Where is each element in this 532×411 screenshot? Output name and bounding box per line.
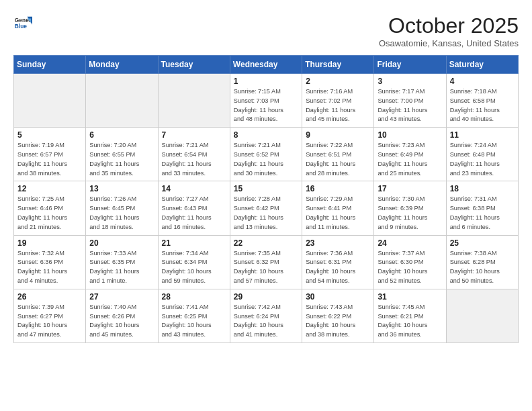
day-info: Sunrise: 7:29 AMSunset: 6:41 PMDaylight:…: [306, 195, 370, 232]
calendar-week-row: 5Sunrise: 7:19 AMSunset: 6:57 PMDaylight…: [14, 128, 519, 181]
day-number: 12: [17, 184, 82, 193]
day-number: 28: [162, 292, 226, 302]
calendar-cell: [14, 74, 86, 128]
day-number: 6: [89, 130, 154, 140]
day-info: Sunrise: 7:19 AMSunset: 6:57 PMDaylight:…: [17, 141, 82, 178]
day-info: Sunrise: 7:25 AMSunset: 6:46 PMDaylight:…: [17, 195, 82, 232]
weekday-header: Tuesday: [158, 56, 230, 74]
logo: General Blue: [13, 13, 32, 32]
day-number: 20: [89, 238, 154, 248]
day-number: 13: [89, 184, 154, 193]
day-number: 11: [450, 130, 515, 140]
weekday-header: Friday: [374, 56, 446, 74]
day-info: Sunrise: 7:39 AMSunset: 6:27 PMDaylight:…: [17, 303, 82, 340]
calendar-cell: [158, 74, 230, 128]
calendar-cell: 7Sunrise: 7:21 AMSunset: 6:54 PMDaylight…: [158, 128, 230, 181]
day-info: Sunrise: 7:33 AMSunset: 6:35 PMDaylight:…: [89, 249, 154, 286]
day-info: Sunrise: 7:32 AMSunset: 6:36 PMDaylight:…: [17, 249, 82, 286]
day-info: Sunrise: 7:38 AMSunset: 6:28 PMDaylight:…: [450, 249, 515, 286]
day-number: 16: [306, 184, 370, 193]
calendar-cell: 18Sunrise: 7:31 AMSunset: 6:38 PMDayligh…: [446, 181, 518, 235]
day-number: 25: [450, 238, 515, 248]
title-area: October 2025 Osawatomie, Kansas, United …: [379, 13, 519, 48]
calendar-cell: 8Sunrise: 7:21 AMSunset: 6:52 PMDaylight…: [230, 128, 302, 181]
calendar-cell: 24Sunrise: 7:37 AMSunset: 6:30 PMDayligh…: [374, 235, 446, 289]
day-number: 26: [17, 292, 82, 302]
day-info: Sunrise: 7:22 AMSunset: 6:51 PMDaylight:…: [306, 141, 370, 178]
day-info: Sunrise: 7:23 AMSunset: 6:49 PMDaylight:…: [378, 141, 442, 178]
day-info: Sunrise: 7:26 AMSunset: 6:45 PMDaylight:…: [89, 195, 154, 232]
calendar-header-row: SundayMondayTuesdayWednesdayThursdayFrid…: [14, 56, 519, 74]
day-number: 14: [162, 184, 226, 193]
location-subtitle: Osawatomie, Kansas, United States: [379, 38, 519, 48]
calendar-cell: 10Sunrise: 7:23 AMSunset: 6:49 PMDayligh…: [374, 128, 446, 181]
calendar-cell: 19Sunrise: 7:32 AMSunset: 6:36 PMDayligh…: [14, 235, 86, 289]
day-number: 5: [17, 130, 82, 140]
day-number: 21: [162, 238, 226, 248]
day-number: 27: [89, 292, 154, 302]
day-info: Sunrise: 7:41 AMSunset: 6:25 PMDaylight:…: [162, 303, 226, 340]
logo-icon: General Blue: [13, 13, 32, 32]
weekday-header: Saturday: [446, 56, 518, 74]
calendar-week-row: 12Sunrise: 7:25 AMSunset: 6:46 PMDayligh…: [14, 181, 519, 235]
calendar-cell: 6Sunrise: 7:20 AMSunset: 6:55 PMDaylight…: [86, 128, 158, 181]
calendar-cell: 15Sunrise: 7:28 AMSunset: 6:42 PMDayligh…: [230, 181, 302, 235]
page-header: General Blue October 2025 Osawatomie, Ka…: [13, 13, 519, 48]
calendar-cell: 23Sunrise: 7:36 AMSunset: 6:31 PMDayligh…: [302, 235, 374, 289]
day-info: Sunrise: 7:16 AMSunset: 7:02 PMDaylight:…: [306, 87, 370, 124]
calendar-cell: 11Sunrise: 7:24 AMSunset: 6:48 PMDayligh…: [446, 128, 518, 181]
day-info: Sunrise: 7:43 AMSunset: 6:22 PMDaylight:…: [306, 303, 370, 340]
day-number: 17: [378, 184, 442, 193]
calendar-cell: 21Sunrise: 7:34 AMSunset: 6:34 PMDayligh…: [158, 235, 230, 289]
day-number: 23: [306, 238, 370, 248]
weekday-header: Monday: [86, 56, 158, 74]
calendar-week-row: 26Sunrise: 7:39 AMSunset: 6:27 PMDayligh…: [14, 289, 519, 342]
calendar-cell: [86, 74, 158, 128]
day-number: 1: [234, 77, 298, 86]
day-info: Sunrise: 7:40 AMSunset: 6:26 PMDaylight:…: [89, 303, 154, 340]
calendar-cell: 3Sunrise: 7:17 AMSunset: 7:00 PMDaylight…: [374, 74, 446, 128]
day-info: Sunrise: 7:21 AMSunset: 6:52 PMDaylight:…: [234, 141, 298, 178]
calendar-cell: 17Sunrise: 7:30 AMSunset: 6:39 PMDayligh…: [374, 181, 446, 235]
calendar-cell: 27Sunrise: 7:40 AMSunset: 6:26 PMDayligh…: [86, 289, 158, 342]
day-info: Sunrise: 7:28 AMSunset: 6:42 PMDaylight:…: [234, 195, 298, 232]
calendar-cell: [446, 289, 518, 342]
day-number: 2: [306, 77, 370, 86]
weekday-header: Thursday: [302, 56, 374, 74]
day-number: 10: [378, 130, 442, 140]
day-info: Sunrise: 7:45 AMSunset: 6:21 PMDaylight:…: [378, 303, 442, 340]
day-number: 19: [17, 238, 82, 248]
day-info: Sunrise: 7:17 AMSunset: 7:00 PMDaylight:…: [378, 87, 442, 124]
day-number: 24: [378, 238, 442, 248]
day-number: 9: [306, 130, 370, 140]
calendar-cell: 1Sunrise: 7:15 AMSunset: 7:03 PMDaylight…: [230, 74, 302, 128]
calendar-cell: 30Sunrise: 7:43 AMSunset: 6:22 PMDayligh…: [302, 289, 374, 342]
calendar-cell: 20Sunrise: 7:33 AMSunset: 6:35 PMDayligh…: [86, 235, 158, 289]
calendar-cell: 29Sunrise: 7:42 AMSunset: 6:24 PMDayligh…: [230, 289, 302, 342]
calendar-cell: 12Sunrise: 7:25 AMSunset: 6:46 PMDayligh…: [14, 181, 86, 235]
day-number: 7: [162, 130, 226, 140]
day-info: Sunrise: 7:31 AMSunset: 6:38 PMDaylight:…: [450, 195, 515, 232]
calendar-cell: 16Sunrise: 7:29 AMSunset: 6:41 PMDayligh…: [302, 181, 374, 235]
day-info: Sunrise: 7:27 AMSunset: 6:43 PMDaylight:…: [162, 195, 226, 232]
calendar-cell: 5Sunrise: 7:19 AMSunset: 6:57 PMDaylight…: [14, 128, 86, 181]
day-info: Sunrise: 7:42 AMSunset: 6:24 PMDaylight:…: [234, 303, 298, 340]
day-info: Sunrise: 7:20 AMSunset: 6:55 PMDaylight:…: [89, 141, 154, 178]
calendar-week-row: 1Sunrise: 7:15 AMSunset: 7:03 PMDaylight…: [14, 74, 519, 128]
day-info: Sunrise: 7:37 AMSunset: 6:30 PMDaylight:…: [378, 249, 442, 286]
day-number: 18: [450, 184, 515, 193]
day-number: 8: [234, 130, 298, 140]
month-title: October 2025: [379, 13, 519, 38]
day-number: 3: [378, 77, 442, 86]
calendar-cell: 13Sunrise: 7:26 AMSunset: 6:45 PMDayligh…: [86, 181, 158, 235]
day-info: Sunrise: 7:18 AMSunset: 6:58 PMDaylight:…: [450, 87, 515, 124]
day-number: 29: [234, 292, 298, 302]
day-number: 30: [306, 292, 370, 302]
day-info: Sunrise: 7:36 AMSunset: 6:31 PMDaylight:…: [306, 249, 370, 286]
weekday-header: Sunday: [14, 56, 86, 74]
calendar-week-row: 19Sunrise: 7:32 AMSunset: 6:36 PMDayligh…: [14, 235, 519, 289]
calendar-cell: 22Sunrise: 7:35 AMSunset: 6:32 PMDayligh…: [230, 235, 302, 289]
calendar-cell: 9Sunrise: 7:22 AMSunset: 6:51 PMDaylight…: [302, 128, 374, 181]
calendar-cell: 31Sunrise: 7:45 AMSunset: 6:21 PMDayligh…: [374, 289, 446, 342]
day-info: Sunrise: 7:30 AMSunset: 6:39 PMDaylight:…: [378, 195, 442, 232]
